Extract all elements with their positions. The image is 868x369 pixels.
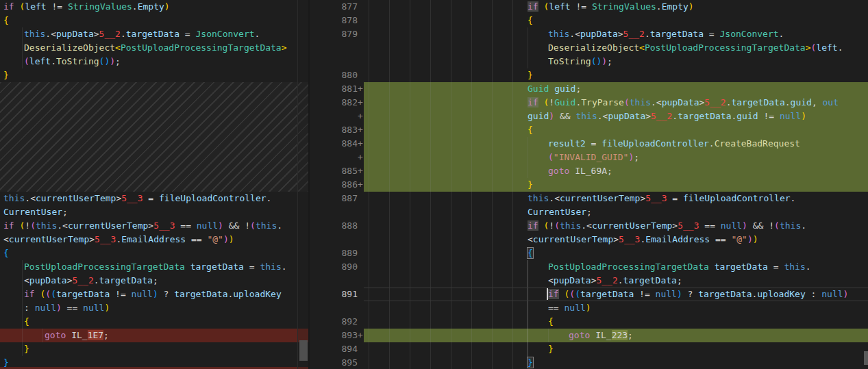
code-row[interactable]: ToString()); [548,55,612,68]
code-row[interactable]: <currentUserTemp>5__3.EmailAddress == "@… [528,233,758,246]
code-row[interactable]: } [24,342,29,356]
indent-guide [548,329,549,342]
code-row[interactable]: if (!(this.<currentUserTemp>5__3 == null… [528,219,806,233]
code-token: . [266,193,272,203]
code-token: goto [45,330,66,340]
line-number[interactable]: 892 [310,315,358,329]
code-row[interactable]: { [528,123,533,137]
code-row[interactable]: <pupData>5__2.targetData; [24,274,158,288]
code-token: > [672,220,678,231]
line-number[interactable]: 882 [310,96,358,110]
pane-divider[interactable] [308,0,310,369]
code-row[interactable]: } [528,68,533,82]
code-row[interactable]: ("INVALID_GUID"); [548,151,639,164]
line-number[interactable]: 880 [310,68,358,82]
code-row[interactable]: <pupData>5__2.targetData; [548,274,682,288]
indent-guide [22,260,23,356]
code-row[interactable]: { [3,14,9,27]
code-row[interactable]: guid) && this.<pupData>5__2.targetData.g… [528,110,806,123]
code-token: ) [218,220,223,231]
code-row[interactable]: { [24,315,29,329]
code-row[interactable]: } [3,68,9,82]
code-row[interactable]: this.<pupData>5__2.targetData = JsonConv… [24,27,260,41]
code-token: 5__2 [72,275,93,285]
code-row[interactable]: goto IL_1E7; [45,329,109,342]
line-number[interactable]: 894 [310,342,358,356]
code-token: targetData [715,262,768,272]
left-scrollbar[interactable] [297,0,309,369]
line-number[interactable]: 883 [310,123,358,137]
code-row[interactable]: if (!(this.<currentUserTemp>5__3 == null… [3,219,282,233]
code-token: ( [575,289,580,299]
code-token: PostUploadProcessingTargetData [24,262,185,272]
code-token: PostUploadProcessingTargetData [121,42,282,53]
code-token: targetData [698,289,752,299]
indent-guide [528,137,528,178]
code-row[interactable]: if (((targetData != null) ? targetData.u… [548,288,848,301]
code-row[interactable]: (left.ToString()); [24,55,121,68]
code-row[interactable]: CurrentUser; [3,205,68,219]
code-row[interactable]: : null) == null) [24,301,110,315]
line-number[interactable]: 878 [310,14,358,27]
code-token: ) [753,234,758,244]
code-token: currentUserTemp [9,234,89,244]
code-row[interactable]: PostUploadProcessingTargetData targetDat… [548,260,811,274]
code-row[interactable]: CurrentUser; [528,205,592,219]
code-row[interactable]: if (((targetData != null) ? targetData.u… [24,288,282,301]
code-token: fileUploadController [159,193,266,203]
line-number[interactable]: 890 [310,260,358,274]
code-row[interactable]: == null) [548,301,591,315]
code-row[interactable]: <currentUserTemp>5__3.EmailAddress == "@… [3,233,234,246]
code-token: IL_69A [575,166,607,176]
code-row[interactable]: if (left != StringValues.Empty) [3,0,170,14]
overview-ruler-thumb[interactable] [864,351,868,365]
code-row[interactable]: goto IL_69A; [548,164,612,178]
line-number[interactable]: 885 [310,164,358,178]
code-row[interactable]: this.<pupData>5__2.targetData = JsonConv… [548,27,784,41]
line-number[interactable]: 877 [310,0,358,14]
line-number[interactable]: 893 [310,329,358,342]
code-row[interactable]: } [528,356,533,369]
line-number[interactable]: 889 [310,246,358,260]
code-token: currentUserTemp [533,234,613,244]
line-number[interactable]: 881 [310,82,358,96]
code-row[interactable]: DeserializeObject<PostUploadProcessingTa… [548,41,843,55]
code-row[interactable]: Guid guid; [528,82,581,96]
code-row[interactable]: { [528,246,533,260]
code-token: left [816,42,837,53]
code-row[interactable]: DeserializeObject<PostUploadProcessingTa… [24,41,287,55]
code-row[interactable]: PostUploadProcessingTargetData targetDat… [24,260,287,274]
line-number[interactable]: 895 [310,356,358,369]
code-row[interactable]: this.<currentUserTemp>5__3 = fileUploadC… [528,192,795,205]
code-row[interactable]: { [3,246,9,260]
line-number[interactable]: 887 [310,192,358,205]
code-row[interactable]: goto IL_223; [569,329,633,342]
line-number[interactable]: 884 [310,137,358,151]
overview-ruler[interactable] [863,0,868,369]
code-row[interactable]: } [528,178,533,192]
code-row[interactable]: if (left != StringValues.Empty) [528,0,694,14]
code-token: ) [742,220,747,231]
line-number[interactable]: 888 [310,219,358,233]
code-token: < [115,42,121,53]
line-number[interactable]: 891 [310,288,358,301]
code-token: ) [164,1,170,12]
code-row[interactable]: { [548,315,554,329]
code-token: null [564,303,585,313]
line-number[interactable]: 886 [310,178,358,192]
code-token: = [244,262,260,272]
code-row[interactable]: if (!Guid.TryParse(this.<pupData>5__2.ta… [528,96,839,110]
left-scrollbar-thumb[interactable] [299,340,308,361]
code-token: . [277,220,282,231]
code-row[interactable]: } [548,342,554,356]
code-token: 5__2 [651,111,672,121]
indent-guide [430,0,431,369]
code-row[interactable]: } [3,356,9,369]
code-row[interactable]: { [528,14,533,27]
code-token: StringValues [68,1,132,12]
code-row[interactable]: this.<currentUserTemp>5__3 = fileUploadC… [3,192,271,205]
code-row[interactable]: result2 = fileUploadController.CreateBad… [548,137,800,151]
code-token: pupData [580,29,618,39]
code-token: targetData [650,29,704,39]
line-number[interactable]: 879 [310,27,358,41]
